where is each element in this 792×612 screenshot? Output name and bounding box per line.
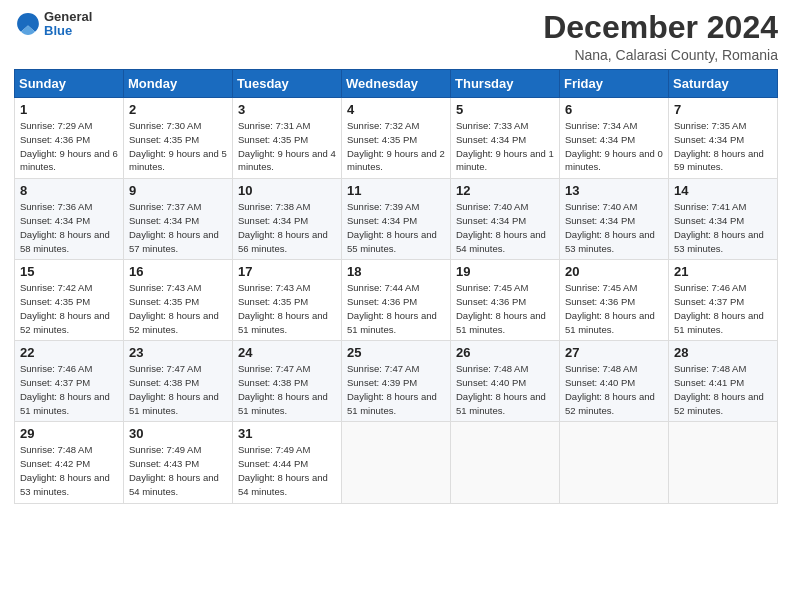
daylight: Daylight: 9 hours and 5 minutes. [129, 148, 227, 173]
daylight: Daylight: 8 hours and 54 minutes. [238, 472, 328, 497]
sunrise: Sunrise: 7:35 AM [674, 120, 746, 131]
day-number: 24 [238, 345, 336, 360]
col-header-wednesday: Wednesday [342, 70, 451, 98]
day-number: 6 [565, 102, 663, 117]
day-number: 5 [456, 102, 554, 117]
day-info: Sunrise: 7:46 AMSunset: 4:37 PMDaylight:… [20, 362, 118, 417]
calendar-cell: 10Sunrise: 7:38 AMSunset: 4:34 PMDayligh… [233, 179, 342, 260]
sunrise: Sunrise: 7:48 AM [674, 363, 746, 374]
daylight: Daylight: 8 hours and 52 minutes. [565, 391, 655, 416]
calendar-cell: 18Sunrise: 7:44 AMSunset: 4:36 PMDayligh… [342, 260, 451, 341]
logo-icon [14, 10, 42, 38]
month-title: December 2024 [543, 10, 778, 45]
daylight: Daylight: 8 hours and 52 minutes. [20, 310, 110, 335]
calendar-week-row: 1Sunrise: 7:29 AMSunset: 4:36 PMDaylight… [15, 98, 778, 179]
calendar-cell: 30Sunrise: 7:49 AMSunset: 4:43 PMDayligh… [124, 422, 233, 503]
calendar-cell: 6Sunrise: 7:34 AMSunset: 4:34 PMDaylight… [560, 98, 669, 179]
sunset: Sunset: 4:35 PM [129, 296, 199, 307]
sunrise: Sunrise: 7:43 AM [238, 282, 310, 293]
day-number: 15 [20, 264, 118, 279]
daylight: Daylight: 8 hours and 51 minutes. [565, 310, 655, 335]
day-number: 17 [238, 264, 336, 279]
sunrise: Sunrise: 7:48 AM [565, 363, 637, 374]
daylight: Daylight: 8 hours and 59 minutes. [674, 148, 764, 173]
daylight: Daylight: 8 hours and 52 minutes. [674, 391, 764, 416]
calendar-cell: 15Sunrise: 7:42 AMSunset: 4:35 PMDayligh… [15, 260, 124, 341]
calendar-cell: 13Sunrise: 7:40 AMSunset: 4:34 PMDayligh… [560, 179, 669, 260]
day-number: 3 [238, 102, 336, 117]
daylight: Daylight: 8 hours and 56 minutes. [238, 229, 328, 254]
day-number: 11 [347, 183, 445, 198]
daylight: Daylight: 8 hours and 51 minutes. [347, 310, 437, 335]
sunset: Sunset: 4:41 PM [674, 377, 744, 388]
sunset: Sunset: 4:37 PM [20, 377, 90, 388]
calendar-cell [451, 422, 560, 503]
calendar-cell: 7Sunrise: 7:35 AMSunset: 4:34 PMDaylight… [669, 98, 778, 179]
day-info: Sunrise: 7:49 AMSunset: 4:44 PMDaylight:… [238, 443, 336, 498]
sunset: Sunset: 4:34 PM [347, 215, 417, 226]
daylight: Daylight: 9 hours and 1 minute. [456, 148, 554, 173]
col-header-thursday: Thursday [451, 70, 560, 98]
calendar-cell: 19Sunrise: 7:45 AMSunset: 4:36 PMDayligh… [451, 260, 560, 341]
calendar-cell: 29Sunrise: 7:48 AMSunset: 4:42 PMDayligh… [15, 422, 124, 503]
sunrise: Sunrise: 7:49 AM [129, 444, 201, 455]
day-number: 9 [129, 183, 227, 198]
daylight: Daylight: 8 hours and 51 minutes. [674, 310, 764, 335]
logo-text: General Blue [44, 10, 92, 39]
sunset: Sunset: 4:40 PM [565, 377, 635, 388]
day-number: 23 [129, 345, 227, 360]
sunset: Sunset: 4:35 PM [238, 296, 308, 307]
sunset: Sunset: 4:34 PM [565, 215, 635, 226]
daylight: Daylight: 8 hours and 55 minutes. [347, 229, 437, 254]
col-header-saturday: Saturday [669, 70, 778, 98]
day-info: Sunrise: 7:40 AMSunset: 4:34 PMDaylight:… [456, 200, 554, 255]
calendar-cell: 12Sunrise: 7:40 AMSunset: 4:34 PMDayligh… [451, 179, 560, 260]
sunset: Sunset: 4:34 PM [565, 134, 635, 145]
sunrise: Sunrise: 7:48 AM [456, 363, 528, 374]
day-info: Sunrise: 7:30 AMSunset: 4:35 PMDaylight:… [129, 119, 227, 174]
sunrise: Sunrise: 7:34 AM [565, 120, 637, 131]
calendar-cell: 9Sunrise: 7:37 AMSunset: 4:34 PMDaylight… [124, 179, 233, 260]
day-number: 25 [347, 345, 445, 360]
sunset: Sunset: 4:36 PM [347, 296, 417, 307]
day-number: 29 [20, 426, 118, 441]
sunset: Sunset: 4:34 PM [674, 134, 744, 145]
day-number: 18 [347, 264, 445, 279]
sunset: Sunset: 4:34 PM [129, 215, 199, 226]
day-number: 8 [20, 183, 118, 198]
daylight: Daylight: 8 hours and 51 minutes. [238, 310, 328, 335]
sunrise: Sunrise: 7:49 AM [238, 444, 310, 455]
sunset: Sunset: 4:35 PM [20, 296, 90, 307]
day-info: Sunrise: 7:48 AMSunset: 4:40 PMDaylight:… [565, 362, 663, 417]
sunrise: Sunrise: 7:36 AM [20, 201, 92, 212]
sunrise: Sunrise: 7:43 AM [129, 282, 201, 293]
sunset: Sunset: 4:44 PM [238, 458, 308, 469]
col-header-monday: Monday [124, 70, 233, 98]
sunrise: Sunrise: 7:42 AM [20, 282, 92, 293]
daylight: Daylight: 8 hours and 57 minutes. [129, 229, 219, 254]
day-number: 4 [347, 102, 445, 117]
daylight: Daylight: 8 hours and 51 minutes. [347, 391, 437, 416]
daylight: Daylight: 9 hours and 4 minutes. [238, 148, 336, 173]
sunrise: Sunrise: 7:31 AM [238, 120, 310, 131]
day-info: Sunrise: 7:49 AMSunset: 4:43 PMDaylight:… [129, 443, 227, 498]
day-number: 12 [456, 183, 554, 198]
day-info: Sunrise: 7:37 AMSunset: 4:34 PMDaylight:… [129, 200, 227, 255]
day-number: 13 [565, 183, 663, 198]
logo-blue: Blue [44, 24, 92, 38]
header: General Blue December 2024 Nana, Calaras… [14, 10, 778, 63]
calendar-cell: 28Sunrise: 7:48 AMSunset: 4:41 PMDayligh… [669, 341, 778, 422]
sunset: Sunset: 4:36 PM [20, 134, 90, 145]
day-number: 27 [565, 345, 663, 360]
calendar-week-row: 29Sunrise: 7:48 AMSunset: 4:42 PMDayligh… [15, 422, 778, 503]
sunset: Sunset: 4:34 PM [674, 215, 744, 226]
title-block: December 2024 Nana, Calarasi County, Rom… [543, 10, 778, 63]
day-info: Sunrise: 7:48 AMSunset: 4:42 PMDaylight:… [20, 443, 118, 498]
sunrise: Sunrise: 7:46 AM [674, 282, 746, 293]
sunrise: Sunrise: 7:38 AM [238, 201, 310, 212]
day-info: Sunrise: 7:47 AMSunset: 4:38 PMDaylight:… [238, 362, 336, 417]
day-info: Sunrise: 7:31 AMSunset: 4:35 PMDaylight:… [238, 119, 336, 174]
day-number: 22 [20, 345, 118, 360]
day-info: Sunrise: 7:40 AMSunset: 4:34 PMDaylight:… [565, 200, 663, 255]
day-number: 21 [674, 264, 772, 279]
